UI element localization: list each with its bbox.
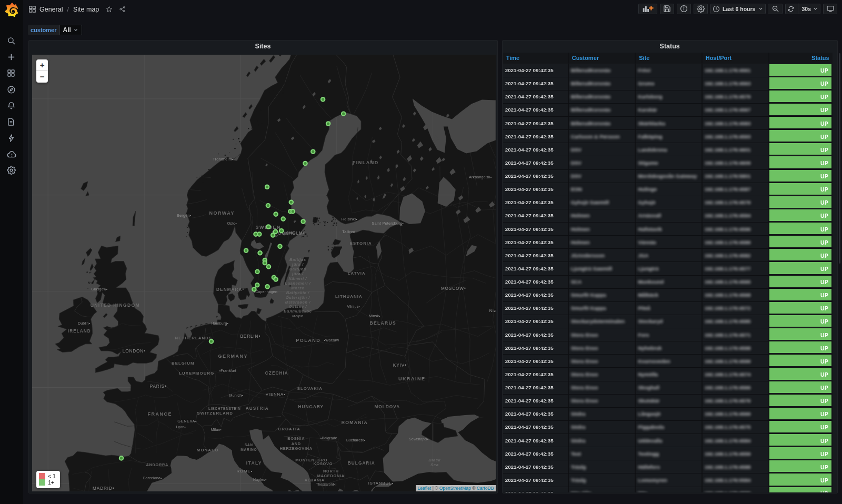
svg-text:KOSOVO: KOSOVO (314, 461, 333, 466)
svg-text:Glasgow•: Glasgow• (91, 287, 107, 291)
svg-text:Arkhangelsk•: Arkhangelsk• (469, 175, 492, 179)
svg-text:SLOVAKIA: SLOVAKIA (297, 386, 323, 390)
svg-text:PARIS•: PARIS• (150, 384, 167, 388)
svg-text:MARINO: MARINO (240, 447, 257, 451)
svg-text:Dublin•: Dublin• (78, 321, 91, 325)
svg-text:KYIV•: KYIV• (393, 362, 407, 367)
svg-text:Morze: Morze (291, 285, 304, 290)
svg-text:Baltijas: Baltijas (289, 257, 306, 261)
svg-text:NORWAY: NORWAY (209, 210, 235, 215)
svg-text:Lyon•: Lyon• (176, 425, 186, 429)
svg-text:Trondheim•: Trondheim• (213, 156, 234, 161)
svg-text:NETHERLANDS: NETHERLANDS (175, 335, 213, 340)
svg-text:Munich•: Munich• (229, 393, 244, 397)
svg-text:ISTANBUL•: ISTANBUL• (368, 480, 394, 485)
svg-text:HUNGARY: HUNGARY (298, 404, 324, 409)
svg-text:SAN: SAN (245, 442, 253, 446)
svg-text:NORTH: NORTH (323, 468, 339, 473)
svg-text:Saint Petersburg•: Saint Petersburg• (372, 220, 404, 225)
svg-text:LONDON•: LONDON• (123, 348, 146, 353)
svg-text:BOSNIA: BOSNIA (287, 436, 305, 440)
svg-text:HERZEGOVINA: HERZEGOVINA (280, 446, 313, 450)
svg-text:BELARUS: BELARUS (370, 320, 397, 325)
svg-text:LATVIA: LATVIA (348, 270, 366, 275)
svg-text:•Copenhagen: •Copenhagen (254, 289, 277, 294)
svg-text:•Belgrade: •Belgrade (320, 436, 337, 440)
svg-text:UNITED KINGDOM: UNITED KINGDOM (91, 302, 140, 307)
svg-text:Laanemeri /: Laanemeri / (285, 280, 311, 285)
svg-text:FINLAND: FINLAND (353, 159, 379, 165)
svg-text:Baltijos: Baltijos (289, 266, 306, 271)
svg-text:CZECHIA: CZECHIA (265, 370, 288, 375)
svg-text:CROATIA: CROATIA (278, 426, 300, 431)
svg-text:•Warsaw: •Warsaw (324, 338, 339, 341)
svg-text:Naples•: Naples• (253, 477, 267, 481)
svg-text:Vilnius•: Vilnius• (347, 304, 360, 308)
svg-text:Hamburg•: Hamburg• (212, 321, 229, 325)
svg-text:Thessaloniki: Thessaloniki (316, 482, 337, 486)
svg-text:jūra /: jūra / (292, 271, 304, 276)
svg-text:ESTONIA: ESTONIA (350, 240, 372, 245)
svg-text:DENMARK•: DENMARK• (216, 287, 244, 291)
svg-text:LIECHTENSTEIN: LIECHTENSTEIN (208, 406, 241, 410)
svg-text:Itämeri /: Itämeri / (289, 276, 307, 280)
svg-text:море: море (292, 313, 304, 318)
svg-text:Minsk•: Minsk• (369, 314, 380, 317)
svg-text:POLAND: POLAND (296, 337, 321, 342)
svg-text:•Frankfurt: •Frankfurt (219, 368, 236, 372)
svg-text:ALBANIA: ALBANIA (305, 477, 325, 482)
svg-text:Barcelona•: Barcelona• (143, 476, 162, 479)
svg-text:ITALY: ITALY (246, 460, 262, 465)
svg-text:jūra /: jūra / (292, 261, 304, 266)
svg-text:ROME•: ROME• (237, 468, 253, 473)
svg-text:Балтийское: Балтийское (284, 308, 312, 313)
svg-text:ANDORRA: ANDORRA (146, 462, 169, 467)
svg-text:Nizh: Nizh (489, 308, 496, 313)
svg-text:Bucharest•: Bucharest• (346, 438, 365, 441)
svg-text:LITHUANIA: LITHUANIA (335, 294, 363, 298)
svg-text:ROMANIA: ROMANIA (342, 419, 368, 425)
svg-text:BERLIN•: BERLIN• (240, 334, 261, 338)
svg-text:MONACO: MONACO (197, 447, 219, 452)
svg-text:MADRID•: MADRID• (93, 486, 114, 490)
svg-text:BELGIUM: BELGIUM (172, 360, 194, 365)
svg-text:SWITZERLAND: SWITZERLAND (197, 410, 234, 415)
svg-text:AND: AND (292, 441, 301, 446)
svg-text:IRELAND: IRELAND (68, 328, 91, 333)
svg-text:Helsinki•: Helsinki• (342, 216, 357, 221)
svg-text:Tallinn•: Tallinn• (343, 229, 356, 234)
svg-text:LUXEMBOURG: LUXEMBOURG (179, 370, 214, 375)
svg-text:Black: Black (428, 457, 440, 462)
svg-text:Oslo•: Oslo• (227, 220, 237, 225)
svg-text:Bergen•: Bergen• (177, 213, 192, 217)
svg-text:BULGARIA: BULGARIA (348, 460, 375, 465)
svg-text:UKRAINE: UKRAINE (398, 376, 425, 381)
svg-text:Milan•: Milan• (211, 427, 222, 431)
svg-text:GERMANY: GERMANY (218, 353, 248, 358)
svg-text:Sea: Sea (430, 462, 439, 467)
svg-text:Ostsee /: Ostsee / (289, 304, 307, 308)
svg-text:MOLDOVA: MOLDOVA (375, 404, 400, 409)
svg-text:Sevastopol•: Sevastopol• (409, 437, 429, 441)
svg-text:FRANCE: FRANCE (148, 411, 172, 416)
svg-text:Bałtyckie /: Bałtyckie / (286, 290, 309, 295)
svg-text:VIENNA•: VIENNA• (266, 391, 286, 396)
svg-text:GENEVA•: GENEVA• (177, 418, 197, 423)
svg-text:Östersjön /: Östersjön / (286, 295, 310, 299)
svg-text:MOSCOW•: MOSCOW• (441, 286, 466, 290)
svg-text:AUSTRIA: AUSTRIA (246, 406, 269, 410)
